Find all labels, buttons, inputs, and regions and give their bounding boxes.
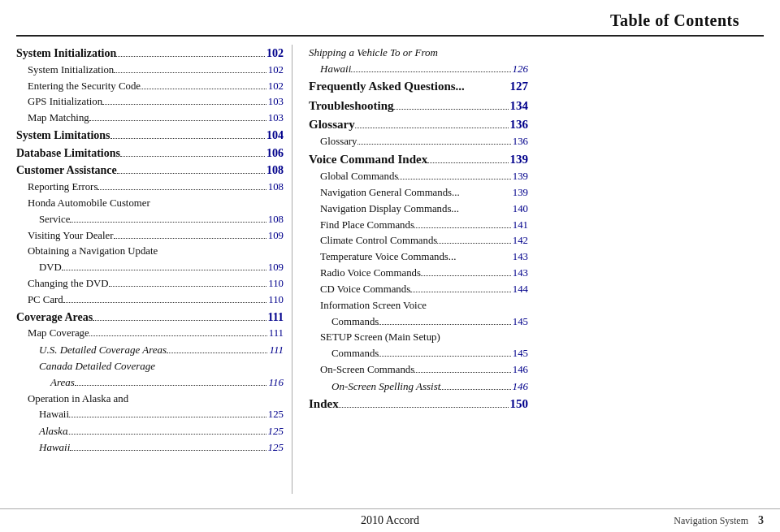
toc-label: Radio Voice Commands [320,266,421,282]
toc-dots [117,173,265,174]
toc-line: Troubleshooting134 [309,97,528,115]
toc-page: 139 [511,185,528,201]
toc-dots [114,238,266,239]
toc-page: 110 [266,292,284,309]
toc-page: 109 [266,228,284,244]
toc-page: 111 [267,342,284,358]
toc-line: System Initialization102 [16,63,284,79]
toc-label: Visiting Your Dealer [28,228,114,244]
toc-line: Navigation General Commands...139 [309,185,528,201]
toc-dots [110,138,266,139]
toc-page: 142 [511,233,528,249]
toc-page: 102 [266,79,284,95]
toc-label: GPS Initialization [28,94,102,110]
toc-label: Information Screen Voice [320,298,427,314]
toc-dots [398,179,510,179]
toc-label: Map Coverage [28,326,89,342]
toc-dots [114,72,266,73]
toc-line: Operation in Alaska and [16,391,284,408]
toc-label: Commands [332,346,379,362]
toc-line: Glossary136 [309,115,528,134]
toc-dots [75,385,267,386]
toc-dots [67,434,266,435]
toc-dots [355,128,509,128]
toc-label: Hawaii [39,439,70,456]
toc-page: 150 [509,395,529,413]
toc-label: Customer Assistance [16,162,117,179]
toc-line: Shipping a Vehicle To or From [309,45,528,61]
toc-page: 146 [511,362,528,378]
toc-line: Index150 [309,395,528,413]
toc-dots [98,189,266,190]
toc-dots [437,243,510,244]
toc-line: Radio Voice Commands143 [309,266,528,282]
toc-page: 125 [266,407,284,423]
toc-line: CD Voice Commands144 [309,282,528,298]
toc-line: Obtaining a Navigation Update [16,244,284,260]
toc-line: Commands145 [309,346,528,362]
toc-dots [89,335,267,336]
toc-dots [410,292,511,292]
toc-dots [393,109,508,110]
toc-label: System Limitations [16,127,110,145]
toc-label: Entering the Security Code [28,79,141,95]
toc-line: Visiting Your Dealer109 [16,228,284,244]
toc-page: 134 [509,97,529,115]
toc-page: 104 [265,127,284,145]
toc-label: Areas [50,374,75,391]
footer-right-label: Navigation System [674,515,748,526]
toc-label: Hawaii [39,407,69,423]
toc-label: Index [309,395,339,413]
toc-page: 146 [511,378,529,395]
toc-line: Changing the DVD110 [16,276,284,292]
toc-label: DVD [39,260,62,276]
toc-line: Honda Automobile Customer [16,196,284,212]
toc-page: 109 [266,260,284,276]
toc-line: System Limitations104 [16,127,284,145]
toc-label: Find Place Commands [320,218,414,234]
toc-label: Service [39,212,70,228]
toc-label: U.S. Detailed Coverage Areas [39,342,167,358]
toc-label: Operation in Alaska and [28,391,128,408]
toc-page: 106 [265,145,284,162]
toc-dots [414,227,511,228]
toc-line: Climate Control Commands142 [309,233,528,249]
toc-dots [414,372,511,373]
toc-label: Navigation General Commands... [320,185,460,201]
page-title: Table of Contents [610,11,739,29]
toc-line: On-Screen Spelling Assist146 [309,378,528,395]
footer-center: 2010 Accord [361,514,419,527]
toc-page: 103 [266,94,284,110]
toc-label: Honda Automobile Customer [28,196,150,212]
toc-dots [70,450,266,451]
toc-dots [339,407,509,408]
toc-dots [109,286,267,287]
toc-line: Temperature Voice Commands...143 [309,249,528,266]
toc-page: 102 [265,45,284,63]
toc-dots [379,356,510,357]
toc-page: 108 [266,212,284,228]
toc-line: System Initialization102 [16,45,284,63]
right-column: Shipping a Vehicle To or FromHawaii126Fr… [292,45,528,494]
toc-line: PC Card110 [16,292,284,309]
toc-page: 143 [511,249,528,266]
toc-line: Commands145 [309,314,528,331]
toc-label: Alaska [39,423,67,439]
toc-page: 139 [511,169,528,185]
toc-line: Hawaii126 [309,61,528,77]
toc-line: Customer Assistance108 [16,162,284,179]
toc-label: Changing the DVD [28,276,109,292]
toc-dots [120,156,265,157]
toc-label: Canada Detailed Coverage [39,358,155,374]
toc-dots [63,302,267,303]
toc-page: 144 [511,282,528,298]
toc-line: Hawaii125 [16,439,284,456]
toc-page: 103 [266,110,284,127]
toc-label: Temperature Voice Commands... [320,249,456,266]
toc-page: 145 [511,346,528,362]
toc-label: System Initialization [16,45,116,63]
toc-dots [421,275,511,276]
toc-page: 108 [266,179,284,196]
toc-label: Hawaii [320,61,351,77]
toc-label: System Initialization [28,63,114,79]
